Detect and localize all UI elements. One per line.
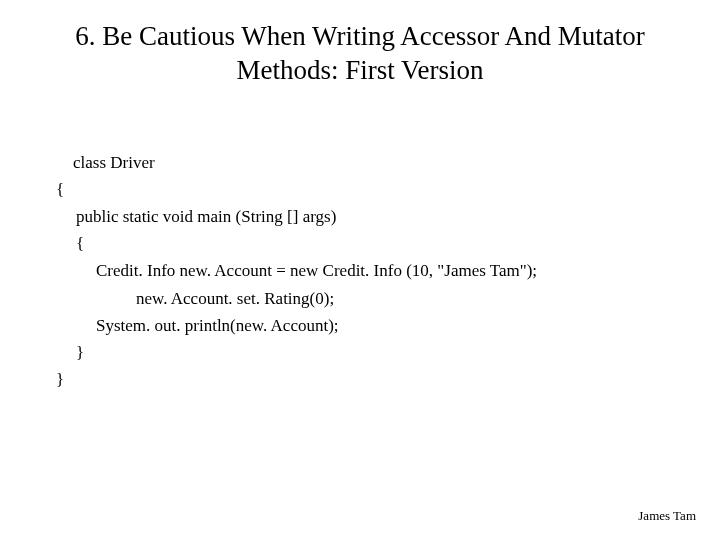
- code-line: {: [56, 180, 64, 199]
- code-line: class Driver: [73, 153, 155, 172]
- slide: 6. Be Cautious When Writing Accessor And…: [0, 0, 720, 540]
- code-line: public static void main (String [] args): [56, 203, 664, 230]
- code-line: new. Account. set. Rating(0);: [56, 285, 664, 312]
- footer-author: James Tam: [638, 508, 696, 524]
- code-block: class Driver { public static void main (…: [56, 122, 664, 421]
- code-line: }: [56, 339, 664, 366]
- code-line: }: [56, 370, 64, 389]
- code-line: Credit. Info new. Account = new Credit. …: [56, 257, 664, 284]
- code-line: {: [56, 230, 664, 257]
- code-line: System. out. println(new. Account);: [56, 312, 664, 339]
- slide-title: 6. Be Cautious When Writing Accessor And…: [56, 20, 664, 88]
